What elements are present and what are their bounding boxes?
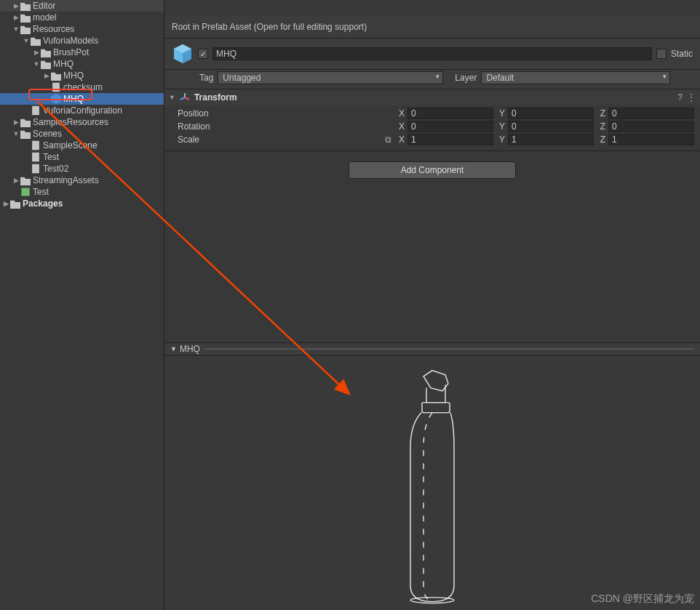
tree-label: checksum: [63, 81, 103, 93]
expand-arrow-icon: ▼: [170, 345, 177, 353]
position-z-field[interactable]: [608, 108, 694, 119]
help-icon[interactable]: ?: [677, 92, 683, 103]
tree-item-checksum[interactable]: checksum: [0, 81, 164, 93]
scale-label: Scale: [178, 135, 272, 145]
model-preview[interactable]: [164, 356, 700, 610]
tree-label: SamplesResources: [33, 116, 108, 128]
tree-label: MHQ: [63, 93, 84, 105]
tree-item-brushpot[interactable]: ▶BrushPot: [0, 47, 164, 58]
svg-line-4: [185, 97, 189, 100]
scene-icon: [31, 164, 41, 174]
position-y-field[interactable]: [508, 108, 594, 119]
tree-label: MHQ: [63, 70, 84, 81]
rotation-row: Rotation X Y Z: [164, 120, 700, 133]
tree-label: StreamingAssets: [33, 174, 99, 186]
tree-label: Resources: [33, 23, 74, 35]
preview-section: ▼ MHQ: [164, 342, 700, 610]
component-menu-icon[interactable]: ⋮: [687, 92, 696, 103]
gameobject-name-field[interactable]: [212, 47, 652, 60]
layer-label: Layer: [455, 73, 477, 83]
tree-item-samplesresources[interactable]: ▶SamplesResources: [0, 116, 164, 128]
file-icon: [51, 82, 61, 92]
tree-item-scenes[interactable]: ▼Scenes: [0, 128, 164, 140]
tree-item-model[interactable]: ▶model: [0, 12, 164, 23]
prefab-icon: [51, 94, 61, 104]
folder-icon: [20, 175, 31, 185]
add-component-button[interactable]: Add Component: [349, 161, 516, 179]
tree-label: BrushPot: [53, 47, 89, 58]
scale-y-field[interactable]: [508, 134, 594, 145]
svg-rect-6: [422, 403, 450, 413]
scale-row: Scale ⧉ X Y Z: [164, 133, 700, 146]
transform-header[interactable]: ▼ Transform ? ⋮: [164, 89, 700, 105]
tree-label: VuforiaConfiguration: [43, 105, 122, 116]
rotation-x-field[interactable]: [407, 121, 493, 132]
expand-arrow-icon: ▼: [169, 94, 175, 101]
tree-item-test02-scene[interactable]: Test02: [0, 163, 164, 174]
folder-icon: [20, 117, 31, 127]
rotation-label: Rotation: [178, 121, 272, 132]
tag-dropdown[interactable]: Untagged: [218, 71, 443, 84]
preview-title: MHQ: [180, 344, 200, 354]
tree-label: Packages: [23, 198, 63, 209]
tree-item-vuforiamodels[interactable]: ▼VuforiaModels: [0, 35, 164, 47]
transform-title: Transform: [194, 92, 673, 103]
transform-icon: [180, 92, 190, 103]
tree-label: Test: [43, 151, 59, 163]
folder-icon: [20, 1, 31, 11]
folder-icon: [20, 129, 31, 139]
scale-z-field[interactable]: [608, 134, 694, 145]
folder-icon: [41, 59, 51, 69]
rotation-z-field[interactable]: [608, 121, 694, 132]
folder-icon: [31, 36, 41, 46]
prefab-cube-icon: [172, 43, 194, 65]
tag-layer-row: Tag Untagged Layer Default: [164, 70, 700, 89]
preview-header[interactable]: ▼ MHQ: [164, 342, 700, 356]
project-tree[interactable]: ▶Editor ▶model ▼Resources ▼VuforiaModels…: [0, 0, 164, 610]
inspector-header: ✓ Static: [164, 39, 700, 70]
tree-item-resources[interactable]: ▼Resources: [0, 23, 164, 35]
divider: [204, 348, 694, 350]
tree-item-mhq-folder[interactable]: ▼MHQ: [0, 58, 164, 70]
tree-item-samplescene[interactable]: SampleScene: [0, 140, 164, 151]
tree-item-packages[interactable]: ▶Packages: [0, 198, 164, 209]
inspector-panel: Root in Prefab Asset (Open for full edit…: [164, 0, 700, 610]
folder-icon: [10, 198, 20, 209]
tree-item-editor[interactable]: ▶Editor: [0, 0, 164, 12]
tree-label: Test: [33, 186, 49, 198]
tree-item-test-scene[interactable]: Test: [0, 151, 164, 163]
asset-icon: [20, 187, 31, 197]
tag-label: Tag: [199, 73, 213, 83]
position-x-field[interactable]: [407, 108, 493, 119]
scene-icon: [31, 152, 41, 162]
scale-x-field[interactable]: [407, 134, 493, 145]
folder-icon: [20, 12, 31, 23]
layer-dropdown[interactable]: Default: [481, 71, 670, 84]
tree-item-mhq-subfolder[interactable]: ▶MHQ: [0, 70, 164, 81]
tree-item-mhq-prefab[interactable]: MHQ: [0, 93, 164, 105]
position-label: Position: [178, 108, 272, 119]
scene-icon: [31, 140, 41, 151]
constrain-proportions-icon[interactable]: ⧉: [380, 135, 391, 145]
tree-label: Editor: [33, 0, 55, 12]
bottle-wireframe-icon: [389, 368, 476, 608]
rotation-y-field[interactable]: [508, 121, 594, 132]
svg-line-5: [180, 97, 185, 100]
position-row: Position X Y Z: [164, 107, 700, 120]
folder-icon: [51, 71, 61, 81]
tree-label: Scenes: [33, 128, 62, 140]
tree-label: SampleScene: [43, 140, 98, 151]
tree-item-vuforiaconfig[interactable]: VuforiaConfiguration: [0, 105, 164, 116]
static-checkbox[interactable]: [656, 49, 667, 59]
prefab-banner[interactable]: Root in Prefab Asset (Open for full edit…: [164, 16, 700, 39]
tree-item-streamingassets[interactable]: ▶StreamingAssets: [0, 174, 164, 186]
active-checkbox[interactable]: ✓: [198, 49, 208, 59]
svg-point-7: [410, 598, 454, 603]
static-label: Static: [671, 49, 693, 59]
tree-label: MHQ: [53, 58, 73, 70]
tree-label: Test02: [43, 163, 68, 174]
transform-component: ▼ Transform ? ⋮ Position X Y Z: [164, 89, 700, 151]
folder-icon: [41, 47, 51, 57]
tree-item-test-asset[interactable]: Test: [0, 186, 164, 198]
config-icon: [31, 105, 41, 116]
